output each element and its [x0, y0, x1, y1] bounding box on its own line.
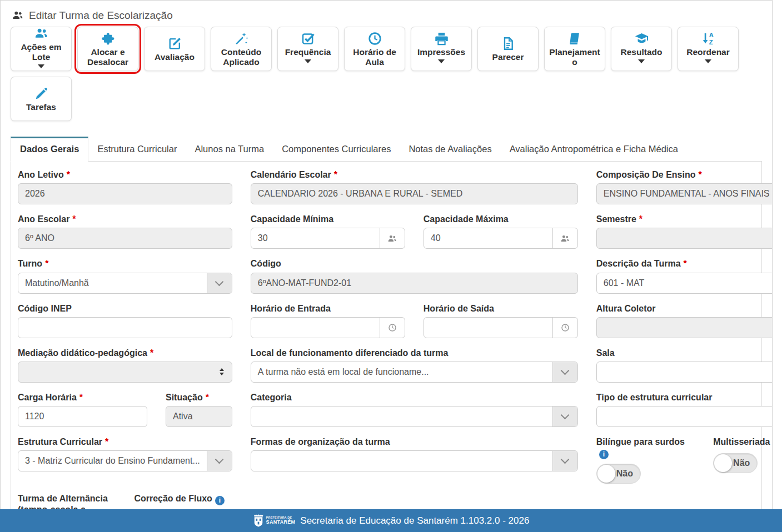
field-capacidade-minima: Capacidade Mínima: [251, 214, 405, 249]
file-text-icon: [501, 36, 516, 51]
tipo-estrutura-select[interactable]: [596, 406, 773, 427]
tab-alunos-na-turma[interactable]: Alunos na Turma: [186, 137, 273, 161]
edit-square-icon: [167, 36, 182, 51]
caret-down-icon: [705, 59, 711, 67]
composicao-de-ensino-input: ENSINO FUNDAMENTAL - ANOS FINAIS - Parci…: [596, 183, 773, 204]
estrutura-curricular-select[interactable]: 3 - Matriz Curricular do Ensino Fundamen…: [18, 450, 232, 471]
users-addon: [552, 228, 577, 248]
chevron-down-icon[interactable]: [552, 451, 577, 471]
alocar-desalocar-button[interactable]: Alocar e Desalocar: [77, 27, 138, 71]
button-label: Tarefas: [26, 102, 56, 112]
field-tipo-estrutura-curricular: Tipo de estrutura curricular: [596, 392, 773, 427]
button-label: Avaliação: [155, 52, 195, 62]
carga-horaria-input[interactable]: [18, 411, 147, 421]
tab-avaliacao-antropometrica[interactable]: Avaliação Antropométrica e Ficha Médica: [501, 137, 687, 161]
tab-componentes-curriculares[interactable]: Componentes Curriculares: [273, 137, 400, 161]
reordenar-button[interactable]: AZ Reordenar: [678, 27, 739, 71]
field-label: Carga Horária: [18, 392, 147, 403]
local-funcionamento-select[interactable]: A turma não está em local de funcioname.…: [251, 362, 578, 383]
field-formas-organizacao: Formas de organização da turma: [251, 436, 578, 484]
button-label: Ações em Lote: [14, 42, 68, 61]
chevron-down-icon[interactable]: [552, 406, 577, 426]
parecer-button[interactable]: Parecer: [477, 27, 539, 71]
situacao-input: Ativa: [166, 406, 232, 427]
bilingue-toggle[interactable]: Não: [596, 464, 641, 484]
tab-notas-de-avaliacoes[interactable]: Notas de Avaliações: [400, 137, 500, 161]
field-ano-letivo: Ano Letivo 2026: [18, 169, 232, 204]
field-label: Formas de organização da turma: [251, 436, 578, 447]
book-icon: [567, 31, 582, 46]
toolbar: Ações em Lote Alocar e Desalocar Avaliaç…: [1, 27, 773, 121]
resultado-button[interactable]: Resultado: [611, 27, 672, 71]
page-title: Editar Turma de Escolarização: [29, 9, 173, 22]
info-icon[interactable]: [215, 496, 225, 505]
tarefas-button[interactable]: Tarefas: [11, 77, 72, 121]
tab-panel: Dados Gerais Estrutura Curricular Alunos…: [11, 137, 762, 531]
field-label: Ano Escolar: [18, 214, 232, 224]
field-label: Sala: [596, 348, 773, 358]
app-window: Editar Turma de Escolarização Ações em L…: [0, 0, 773, 531]
caret-down-icon: [638, 59, 645, 67]
tab-dados-gerais[interactable]: Dados Gerais: [11, 137, 88, 162]
field-composicao-de-ensino: Composição De Ensino ENSINO FUNDAMENTAL …: [596, 169, 773, 204]
field-altura-coletor: Altura Coletor: [596, 303, 773, 338]
info-icon[interactable]: [599, 450, 609, 459]
sort-alpha-icon: AZ: [701, 31, 716, 46]
logo-text: PREFEITURA DE SANTARÉM: [266, 516, 296, 525]
field-ano-escolar: Ano Escolar 6º ANO: [18, 214, 232, 249]
users-addon: [380, 228, 405, 248]
conteudo-aplicado-button[interactable]: Conteúdo Aplicado: [211, 27, 272, 71]
chevron-down-icon[interactable]: [552, 362, 577, 382]
frequencia-button[interactable]: Frequência: [277, 27, 338, 71]
planejamento-button[interactable]: Planejamento: [544, 27, 605, 71]
acoes-em-lote-button[interactable]: Ações em Lote: [11, 27, 72, 71]
footer-bar: PREFEITURA DE SANTARÉM Secretaria de Edu…: [0, 509, 782, 532]
button-label: Planejamento: [548, 47, 601, 66]
clock-addon: [552, 318, 577, 338]
codigo-input: 6ºANO-MAT-FUND2-01: [251, 273, 578, 294]
field-label: Composição De Ensino: [596, 169, 773, 180]
capacidade-maxima-input[interactable]: [424, 233, 552, 243]
button-label: Reordenar: [686, 47, 730, 57]
button-label: Horário de Aula: [348, 47, 401, 66]
field-codigo-inep: Código INEP: [18, 303, 232, 338]
tab-estrutura-curricular[interactable]: Estrutura Curricular: [88, 137, 186, 161]
caret-down-icon: [438, 59, 445, 67]
chevron-down-icon[interactable]: [207, 273, 232, 293]
field-label: Local de funcionamento diferenciado da t…: [251, 348, 578, 358]
descricao-da-turma-input[interactable]: [597, 278, 773, 288]
capacidade-minima-input[interactable]: [251, 233, 380, 243]
horario-entrada-input[interactable]: [251, 323, 380, 333]
button-label: Conteúdo Aplicado: [215, 47, 268, 66]
field-label: Estrutura Curricular: [18, 436, 232, 447]
field-label: Código: [251, 258, 578, 269]
categoria-select[interactable]: [251, 406, 578, 427]
horario-saida-input[interactable]: [424, 323, 552, 333]
calendario-escolar-input: CALENDARIO 2026 - URBANA E RURAL - SEMED: [251, 183, 578, 204]
field-capacidade-maxima: Capacidade Máxima: [424, 214, 578, 249]
field-label: Horário de Saída: [424, 303, 578, 314]
impressoes-button[interactable]: Impressões: [411, 27, 472, 71]
avaliacao-button[interactable]: Avaliação: [144, 27, 205, 71]
field-turno: Turno Matutino/Manhã: [18, 258, 232, 293]
users-group-icon: [12, 9, 24, 22]
users-group-icon: [387, 234, 397, 243]
puzzle-icon: [101, 31, 116, 46]
button-label: Frequência: [285, 47, 331, 57]
field-semestre: Semestre: [596, 214, 773, 249]
sala-select[interactable]: [596, 362, 773, 383]
multisseriada-toggle[interactable]: Não: [713, 453, 758, 473]
field-label: Mediação didático-pedagógica: [18, 348, 232, 358]
button-label: Alocar e Desalocar: [81, 47, 135, 66]
formas-organizacao-select[interactable]: [251, 450, 578, 471]
chevron-down-icon[interactable]: [207, 451, 232, 471]
svg-text:Z: Z: [709, 39, 713, 46]
clock-addon: [380, 318, 405, 338]
turno-select[interactable]: Matutino/Manhã: [18, 273, 232, 294]
button-label: Resultado: [621, 47, 663, 57]
check-square-icon: [301, 31, 316, 46]
field-calendario-escolar: Calendário Escolar CALENDARIO 2026 - URB…: [251, 169, 578, 204]
field-mediacao-didatico-pedagogica: Mediação didático-pedagógica: [18, 348, 232, 383]
codigo-inep-input[interactable]: [18, 323, 232, 333]
horario-de-aula-button[interactable]: Horário de Aula: [344, 27, 405, 71]
